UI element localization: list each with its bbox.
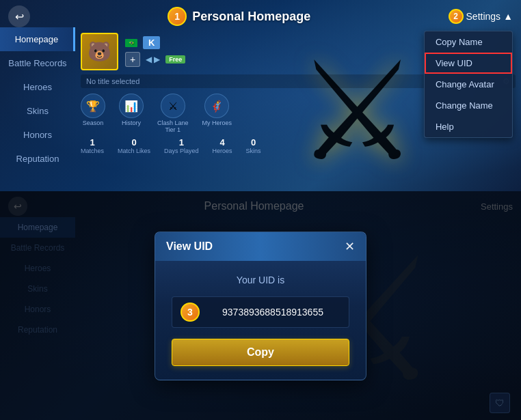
uid-value: 937389368851891​3655 — [205, 307, 340, 318]
view-uid-modal: View UID ✕ Your UID is 3 937389368851891… — [155, 232, 366, 380]
settings-dropdown: Copy Name View UID Change Avatar Change … — [424, 31, 513, 138]
season-label: Season — [83, 120, 104, 126]
modal-overlay: View UID ✕ Your UID is 3 937389368851891… — [0, 191, 521, 420]
modal-title: View UID — [166, 240, 213, 253]
sidebar-item-heroes[interactable]: Heroes — [0, 75, 75, 99]
change-name-item[interactable]: Change Name — [425, 95, 512, 116]
stat-my-heroes[interactable]: 🦸 My Heroes — [202, 94, 232, 133]
avatar: 🐻 — [81, 33, 118, 70]
modal-header: View UID ✕ — [155, 232, 366, 261]
match-likes-value: 0 — [131, 137, 136, 148]
page-title: Personal Homepage — [192, 10, 310, 24]
matches-label: Matches — [81, 148, 104, 154]
my-heroes-label: My Heroes — [202, 120, 232, 126]
title-section: 1 Personal Homepage — [168, 7, 310, 26]
stat-season[interactable]: 🏆 Season — [81, 94, 105, 133]
level-number: 1 — [174, 11, 180, 22]
settings-button[interactable]: Settings ▲ — [466, 11, 513, 22]
flag-icon: 🇧🇷 — [125, 39, 137, 47]
copy-button[interactable]: Copy — [172, 339, 349, 366]
clash-lane-icon: ⚔ — [161, 94, 185, 118]
heroes-value: 4 — [219, 137, 224, 148]
sidebar-item-battle-records[interactable]: Battle Records — [0, 51, 75, 75]
back-icon: ↩ — [15, 10, 24, 23]
copy-name-item[interactable]: Copy Name — [425, 31, 512, 53]
free-badge: Free — [165, 55, 185, 64]
sidebar-item-skins[interactable]: Skins — [0, 99, 75, 123]
dropdown-arrow-icon: ▲ — [503, 11, 513, 22]
stat-num-days-played: 1 Days Played — [164, 137, 199, 154]
top-section: ↩ 1 Personal Homepage 2 Settings ▲ Copy … — [0, 0, 521, 191]
history-icon: 📊 — [119, 94, 144, 118]
modal-close-button[interactable]: ✕ — [345, 240, 355, 253]
stat-clash-lane[interactable]: ⚔ Clash LaneTier 1 — [157, 94, 189, 133]
sidebar-item-reputation[interactable]: Reputation — [0, 147, 75, 171]
days-played-value: 1 — [179, 137, 184, 148]
days-played-label: Days Played — [164, 148, 199, 154]
clash-lane-label: Clash LaneTier 1 — [157, 120, 189, 133]
settings-number-badge: 2 — [449, 9, 464, 24]
bottom-section: ↩ Personal Homepage Settings Homepage Ba… — [0, 191, 521, 420]
heroes-label: Heroes — [213, 148, 232, 154]
match-likes-label: Match Likes — [118, 148, 150, 154]
top-header: ↩ 1 Personal Homepage 2 Settings ▲ Copy … — [0, 0, 521, 33]
help-item[interactable]: Help — [425, 116, 512, 137]
level-badge: 1 — [168, 7, 187, 26]
add-friend-button[interactable]: + — [125, 52, 140, 67]
skins-value: 0 — [251, 137, 256, 148]
uid-input-row: 3 937389368851891​3655 — [172, 296, 349, 328]
username: K — [143, 36, 160, 49]
modal-body: Your UID is 3 937389368851891​3655 Copy — [155, 261, 366, 380]
history-label: History — [122, 120, 141, 126]
change-avatar-item[interactable]: Change Avatar — [425, 74, 512, 95]
back-button[interactable]: ↩ — [8, 5, 30, 27]
stat-num-heroes: 4 Heroes — [213, 137, 232, 154]
nav-arrows[interactable]: ◀ ▶ — [146, 55, 160, 64]
sidebar-item-honors[interactable]: Honors — [0, 123, 75, 147]
settings-section: 2 Settings ▲ Copy Name View UID Change A… — [449, 9, 513, 24]
stat-history[interactable]: 📊 History — [119, 94, 144, 133]
stat-num-match-likes: 0 Match Likes — [118, 137, 150, 154]
view-uid-item[interactable]: View UID — [425, 53, 512, 74]
uid-number-badge: 3 — [181, 303, 200, 322]
stat-num-matches: 1 Matches — [81, 137, 104, 154]
stat-num-skins: 0 Skins — [246, 137, 261, 154]
season-icon: 🏆 — [81, 94, 105, 118]
stat-numbers-row: 1 Matches 0 Match Likes 1 Days Played 4 … — [81, 137, 516, 154]
skins-label: Skins — [246, 148, 261, 154]
my-heroes-icon: 🦸 — [204, 94, 229, 118]
matches-value: 1 — [90, 137, 94, 148]
uid-label: Your UID is — [172, 275, 349, 285]
